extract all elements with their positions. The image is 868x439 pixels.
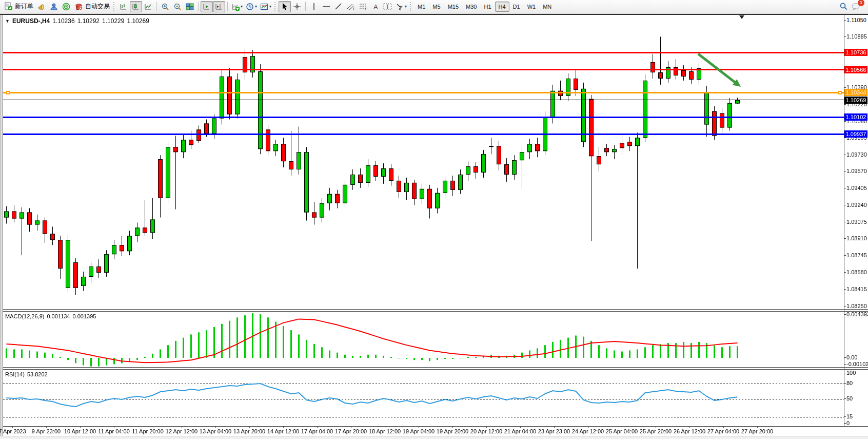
vertical-line-tool-button[interactable] [308, 1, 320, 12]
horizontal-line-tool-button[interactable] [320, 1, 332, 12]
line-handle[interactable] [6, 91, 10, 94]
chart-window: ▼ EURUSD-,H4 1.10236 1.10292 1.10229 1.1… [0, 15, 868, 439]
new-order-label[interactable]: 新订单 [15, 2, 33, 11]
timeframe-m1[interactable]: M1 [414, 2, 429, 12]
new-order-button[interactable] [2, 1, 14, 12]
line-handle[interactable] [838, 91, 842, 94]
pane-separator[interactable] [3, 309, 868, 312]
rsi-label: RSI(14) 53.8202 [5, 371, 48, 377]
chat-button[interactable]: 1 [850, 1, 862, 12]
autotrading-label[interactable]: 自动交易 [85, 2, 110, 11]
timeframe-mn[interactable]: MN [539, 2, 555, 12]
rsi-canvas[interactable] [3, 370, 844, 426]
tile-windows-button[interactable] [184, 1, 196, 12]
cursor-tool-button[interactable] [279, 1, 291, 12]
time-tick [80, 426, 81, 428]
tile-windows-icon [186, 3, 194, 11]
time-tick [215, 426, 216, 428]
time-axis-line [3, 426, 868, 427]
time-tick [689, 426, 690, 428]
autoscroll-button[interactable] [201, 1, 213, 12]
time-tick [452, 426, 453, 428]
time-label: 27 Apr 20:00 [741, 428, 773, 434]
ohlc-open: 1.10236 [52, 17, 74, 25]
autotrading-button[interactable] [72, 1, 85, 12]
toolbar: 新订单 自动交易 [0, 0, 868, 13]
alerts-button[interactable] [35, 1, 48, 12]
chevron-down-icon[interactable]: ▼ [5, 18, 10, 24]
zoom-in-icon [161, 3, 169, 11]
support-line[interactable] [3, 117, 844, 118]
search-button[interactable] [837, 1, 850, 12]
chart-shift-button[interactable] [213, 1, 225, 12]
time-tick [114, 426, 114, 428]
periods-button[interactable]: ▾ [244, 1, 259, 12]
price-tick: 1.09240 [846, 202, 867, 208]
price-tick: 1.08415 [846, 286, 867, 292]
zoom-in-button[interactable] [159, 1, 171, 12]
time-label: 25 Apr 04:00 [606, 428, 638, 434]
pane-separator[interactable] [3, 367, 868, 370]
macd-canvas[interactable] [3, 312, 844, 368]
price-tick: 1.08250 [846, 303, 867, 309]
time-tick [656, 426, 656, 428]
zoom-out-button[interactable] [171, 1, 184, 12]
arrows-tool-button[interactable]: ▾ [394, 1, 408, 12]
bid-price-tag: 1.10269 [844, 97, 867, 104]
timeframe-m30[interactable]: M30 [462, 2, 480, 12]
time-label: 7 Apr 2023 [0, 428, 26, 434]
trendline-tool-button[interactable] [332, 1, 345, 12]
support-line[interactable] [3, 133, 844, 135]
window-edge [0, 436, 868, 439]
profile-button[interactable] [48, 1, 60, 12]
time-tick [723, 426, 724, 428]
macd-tick: 0.00 [846, 354, 857, 360]
indicators-button[interactable]: ▾ [230, 1, 244, 12]
candlestick-chart-button[interactable] [130, 1, 142, 12]
text-tool-button[interactable]: A [369, 1, 382, 12]
signals-button[interactable] [60, 1, 72, 12]
channel-tool-button[interactable]: E [345, 1, 357, 12]
rsi-tick: 50 [846, 395, 853, 402]
timeframe-m5[interactable]: M5 [429, 2, 444, 12]
equidistant-channel-icon: E [347, 3, 356, 11]
timeframe-d1[interactable]: D1 [509, 2, 524, 12]
fibonacci-icon: F [359, 3, 368, 11]
svg-text:A: A [373, 3, 378, 11]
indicators-icon [231, 3, 240, 11]
time-tick [588, 426, 588, 428]
search-icon [839, 2, 848, 11]
time-label: 13 Apr 20:00 [233, 428, 265, 434]
time-label: 19 Apr 20:00 [437, 428, 468, 434]
chevron-down-icon: ▾ [269, 4, 271, 9]
bar-chart-button[interactable] [117, 1, 130, 12]
timeframe-w1[interactable]: W1 [524, 2, 540, 12]
timeframe-h4[interactable]: H4 [495, 2, 509, 12]
toolbar-grip [113, 2, 116, 11]
fibonacci-tool-button[interactable]: F [357, 1, 369, 12]
label-tool-button[interactable]: T [382, 1, 394, 12]
toolbar-grip [410, 2, 412, 11]
signal-icon [62, 3, 70, 11]
templates-button[interactable]: ▾ [259, 1, 273, 12]
svg-text:E: E [353, 7, 356, 11]
timeframe-h1[interactable]: H1 [480, 2, 495, 12]
horn-icon [37, 3, 46, 11]
rsi-tick: 0 [846, 420, 850, 426]
price-tick: 1.09075 [846, 219, 867, 225]
crosshair-tool-button[interactable] [291, 1, 303, 12]
price-tick: 1.08580 [846, 269, 867, 275]
macd-tick: 0.004393 [846, 311, 868, 317]
time-tick [283, 426, 284, 428]
candlestick-chart-icon [132, 3, 140, 11]
time-label: 12 Apr 12:00 [166, 428, 198, 434]
time-tick [622, 426, 622, 428]
chart-shift-marker[interactable] [739, 15, 744, 19]
text-label-icon: T [383, 3, 392, 11]
timeframe-m15[interactable]: M15 [444, 2, 462, 12]
trend-arrow[interactable] [692, 48, 759, 104]
line-chart-button[interactable] [142, 1, 154, 12]
time-label: 19 Apr 04:00 [403, 428, 435, 434]
autotrading-icon [74, 3, 83, 11]
bar-chart-icon [120, 3, 128, 11]
